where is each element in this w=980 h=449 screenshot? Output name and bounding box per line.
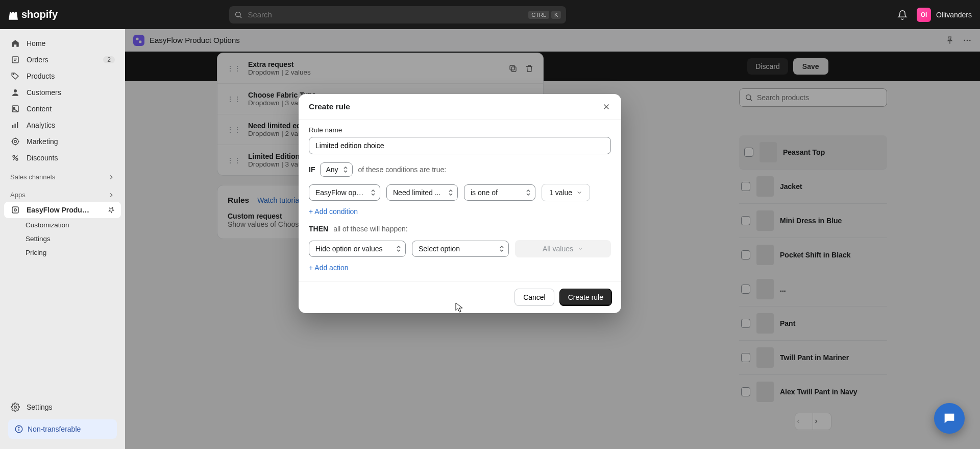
nav-sub-customization[interactable]: Customization bbox=[4, 218, 121, 232]
value-text: 1 value bbox=[549, 188, 572, 197]
select-value: is one of bbox=[471, 188, 498, 197]
nav-content[interactable]: Content bbox=[4, 101, 121, 117]
nontransferable-banner[interactable]: Non-transferable bbox=[8, 419, 117, 439]
cancel-button[interactable]: Cancel bbox=[514, 289, 554, 306]
nav-analytics[interactable]: Analytics bbox=[4, 117, 121, 133]
svg-point-0 bbox=[236, 12, 240, 16]
condition-option-select[interactable]: Need limited ... bbox=[386, 184, 458, 201]
rule-name-label: Rule name bbox=[309, 126, 611, 134]
svg-rect-2 bbox=[12, 57, 18, 63]
shopify-bag-icon bbox=[8, 9, 18, 20]
select-arrows-icon bbox=[396, 245, 401, 252]
svg-line-14 bbox=[13, 156, 18, 160]
user-name: Ollivanders bbox=[936, 11, 972, 19]
close-icon bbox=[602, 102, 611, 111]
select-arrows-icon bbox=[526, 189, 531, 196]
condition-source-select[interactable]: EasyFlow opti... bbox=[309, 184, 380, 201]
condition-value-button[interactable]: 1 value bbox=[542, 184, 590, 201]
nav-sub-pricing[interactable]: Pricing bbox=[4, 246, 121, 259]
nav-label: Content bbox=[27, 105, 52, 113]
svg-rect-15 bbox=[12, 207, 18, 213]
bell-icon[interactable] bbox=[897, 10, 908, 20]
select-arrows-icon bbox=[343, 166, 348, 173]
svg-point-11 bbox=[14, 140, 17, 143]
shopify-logo[interactable]: shopify bbox=[8, 9, 58, 20]
add-condition-link[interactable]: + Add condition bbox=[309, 207, 358, 216]
nav-sub-settings[interactable]: Settings bbox=[4, 232, 121, 246]
orders-badge: 2 bbox=[103, 56, 115, 63]
sales-channels-header[interactable]: Sales channels bbox=[4, 166, 121, 184]
analytics-icon bbox=[10, 120, 20, 130]
nav-home[interactable]: Home bbox=[4, 35, 121, 52]
nav-label: Settings bbox=[26, 235, 51, 243]
global-search[interactable]: CTRL K bbox=[229, 6, 566, 23]
sidebar: Home Orders 2 Products Customers Content… bbox=[0, 29, 125, 449]
svg-rect-7 bbox=[12, 125, 13, 128]
target-icon bbox=[10, 136, 20, 147]
chevron-down-icon bbox=[576, 190, 582, 196]
search-shortcut: CTRL K bbox=[528, 11, 561, 19]
rule-name-input[interactable] bbox=[309, 137, 611, 154]
svg-point-17 bbox=[14, 406, 17, 409]
nav-label: Analytics bbox=[27, 121, 55, 129]
svg-point-4 bbox=[14, 89, 17, 92]
if-label: IF bbox=[309, 166, 315, 174]
select-arrows-icon bbox=[499, 245, 504, 252]
action-values-button: All values bbox=[515, 240, 611, 257]
nav-discounts[interactable]: Discounts bbox=[4, 150, 121, 166]
select-value: Hide option or values bbox=[315, 245, 383, 253]
gear-icon bbox=[10, 402, 20, 412]
info-icon bbox=[14, 424, 23, 434]
nav-marketing[interactable]: Marketing bbox=[4, 133, 121, 150]
svg-point-16 bbox=[14, 209, 17, 211]
pin-icon[interactable] bbox=[108, 206, 115, 214]
if-mode-select[interactable]: Any bbox=[320, 162, 353, 177]
chevron-down-icon bbox=[577, 246, 583, 252]
condition-operator-select[interactable]: is one of bbox=[464, 184, 535, 201]
svg-point-6 bbox=[13, 107, 15, 109]
nav-label: Settings bbox=[27, 403, 53, 411]
select-value: EasyFlow opti... bbox=[315, 188, 366, 197]
section-text: Apps bbox=[10, 191, 26, 199]
nav-customers[interactable]: Customers bbox=[4, 84, 121, 101]
svg-rect-8 bbox=[15, 124, 16, 128]
user-menu[interactable]: Ol Ollivanders bbox=[917, 8, 972, 22]
kbd-ctrl: CTRL bbox=[528, 11, 549, 19]
action-option-select[interactable]: Select option bbox=[412, 241, 509, 257]
nav-label: Customers bbox=[27, 88, 61, 97]
close-button[interactable] bbox=[602, 102, 611, 111]
select-arrows-icon bbox=[448, 189, 453, 196]
avatar-initials: Ol bbox=[921, 11, 927, 18]
chat-fab[interactable] bbox=[934, 403, 965, 434]
section-text: Sales channels bbox=[10, 173, 55, 181]
svg-line-1 bbox=[240, 16, 242, 18]
then-label: THEN bbox=[309, 225, 328, 233]
apps-header[interactable]: Apps bbox=[4, 184, 121, 202]
chevron-right-icon bbox=[108, 174, 115, 181]
global-search-input[interactable] bbox=[248, 10, 523, 19]
nav-settings[interactable]: Settings bbox=[4, 399, 121, 415]
add-action-link[interactable]: + Add action bbox=[309, 264, 348, 272]
action-type-select[interactable]: Hide option or values bbox=[309, 241, 406, 257]
svg-point-13 bbox=[16, 158, 18, 160]
nav-app-easyflow[interactable]: EasyFlow Product Op... bbox=[4, 202, 121, 218]
banner-text: Non-transferable bbox=[28, 425, 81, 433]
nav-orders[interactable]: Orders 2 bbox=[4, 52, 121, 68]
then-suffix: all of these will happen: bbox=[333, 225, 408, 233]
svg-rect-9 bbox=[17, 122, 18, 128]
create-rule-button[interactable]: Create rule bbox=[559, 289, 612, 306]
svg-point-12 bbox=[13, 155, 15, 157]
select-value: Need limited ... bbox=[393, 188, 440, 197]
select-arrows-icon bbox=[371, 189, 376, 196]
nav-products[interactable]: Products bbox=[4, 68, 121, 84]
app-square-icon bbox=[10, 205, 20, 215]
brand-text: shopify bbox=[21, 9, 58, 20]
svg-point-3 bbox=[13, 74, 14, 75]
tag-icon bbox=[10, 71, 20, 81]
modal-title: Create rule bbox=[309, 102, 350, 111]
nav-label: EasyFlow Product Op... bbox=[27, 206, 93, 214]
orders-icon bbox=[10, 55, 20, 65]
chat-icon bbox=[942, 411, 957, 426]
if-suffix: of these conditions are true: bbox=[358, 166, 446, 174]
create-rule-modal: Create rule Rule name IF Any of these co… bbox=[299, 94, 621, 313]
